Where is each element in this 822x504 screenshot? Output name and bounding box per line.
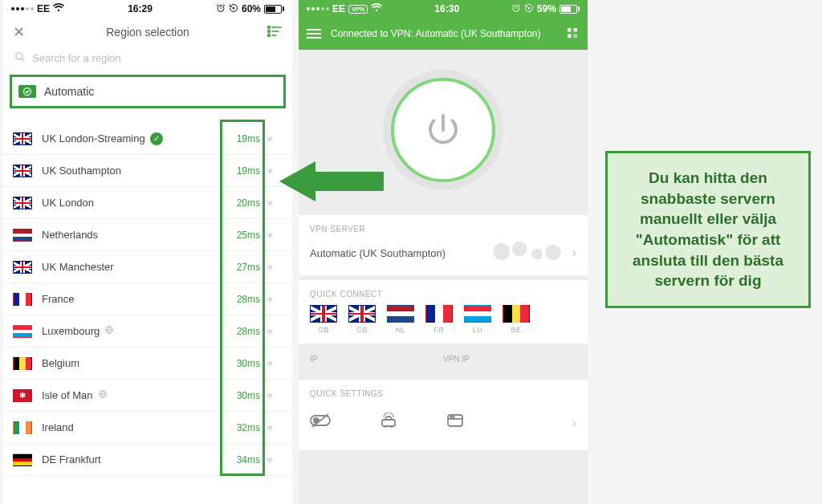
automatic-label: Automatic — [44, 85, 94, 98]
flag-icon — [503, 305, 530, 323]
flag-icon — [13, 261, 32, 274]
check-icon: ✓ — [150, 132, 163, 145]
region-name: Luxembourg — [42, 325, 225, 337]
region-row[interactable]: Isle of Man 30ms♥ — [3, 380, 292, 412]
region-row[interactable]: Belgium30ms♥ — [3, 348, 292, 380]
automatic-option[interactable]: Automatic — [10, 75, 286, 108]
favorite-icon[interactable]: ♥ — [267, 421, 283, 434]
region-ping: 19ms — [225, 165, 260, 177]
region-list[interactable]: UK London-Streaming ✓19ms♥UK Southampton… — [3, 123, 292, 476]
favorite-icon[interactable]: ♥ — [267, 325, 283, 338]
favorite-icon[interactable]: ♥ — [267, 293, 283, 306]
region-row[interactable]: Ireland32ms♥ — [3, 412, 292, 444]
nav-title: Connected to VPN: Automatic (UK Southamp… — [331, 28, 565, 39]
svg-point-8 — [16, 53, 22, 59]
region-name: UK London-Streaming ✓ — [42, 132, 225, 145]
country-code: GB — [318, 326, 329, 334]
flag-icon — [13, 293, 32, 306]
region-row[interactable]: Netherlands25ms♥ — [3, 219, 292, 251]
flag-icon — [387, 305, 414, 323]
flag-icon — [348, 305, 376, 323]
nav-bar: ✕ Region selection — [3, 18, 292, 47]
quick-settings-label: QUICK SETTINGS — [310, 389, 576, 398]
rotation-lock-icon — [524, 3, 534, 15]
sort-icon[interactable] — [267, 25, 283, 40]
region-name: Netherlands — [42, 229, 225, 241]
favorite-icon[interactable]: ♥ — [267, 453, 283, 466]
favorite-icon[interactable]: ♥ — [267, 229, 283, 242]
favorite-icon[interactable]: ♥ — [267, 389, 283, 402]
battery-pct: 60% — [242, 3, 261, 14]
region-row[interactable]: France28ms♥ — [3, 283, 292, 315]
region-row[interactable]: UK Southampton19ms♥ — [3, 155, 292, 187]
flag-icon — [310, 305, 337, 323]
flag-icon — [425, 305, 453, 323]
quick-connect-item[interactable]: LU — [464, 305, 491, 334]
vpn-badge: VPN — [348, 5, 368, 14]
region-name: UK Manchester — [42, 261, 225, 273]
svg-marker-33 — [279, 161, 384, 201]
svg-point-32 — [453, 417, 454, 418]
svg-rect-20 — [574, 28, 578, 32]
region-name: DE Frankfurt — [42, 453, 225, 465]
alarm-icon — [511, 3, 521, 15]
browser-setting-icon[interactable] — [446, 413, 464, 433]
favorite-icon[interactable]: ♥ — [267, 132, 283, 145]
search-placeholder: Search for a region — [32, 52, 121, 64]
status-bar: EE VPN 16:30 59% — [299, 0, 588, 18]
quick-connect-item[interactable]: FR — [425, 305, 453, 334]
quick-connect-item[interactable]: GB — [310, 305, 337, 334]
power-button[interactable] — [391, 78, 495, 182]
region-row[interactable]: Luxembourg 28ms♥ — [3, 315, 292, 348]
nav-title: Region selection — [106, 26, 189, 39]
flag-icon — [464, 305, 491, 323]
region-row[interactable]: UK Manchester27ms♥ — [3, 251, 292, 283]
callout-text: Du kan hitta den snabbaste servern manue… — [633, 169, 783, 289]
flag-icon — [13, 389, 32, 402]
network-icon[interactable] — [565, 26, 580, 43]
flag-icon — [13, 357, 32, 370]
region-row[interactable]: DE Frankfurt34ms♥ — [3, 444, 292, 476]
region-ping: 34ms — [225, 454, 260, 465]
region-ping: 20ms — [225, 197, 260, 209]
country-code: LU — [473, 326, 483, 334]
world-map-icon — [487, 240, 568, 266]
svg-point-2 — [268, 26, 271, 28]
region-ping: 27ms — [225, 262, 260, 273]
quick-connect-item[interactable]: NL — [387, 305, 414, 334]
quick-connect-item[interactable]: GB — [348, 305, 376, 334]
quick-connect-item[interactable]: BE — [503, 305, 530, 334]
region-ping: 30ms — [225, 358, 260, 369]
carrier-label: EE — [37, 3, 50, 14]
nav-bar: Connected to VPN: Automatic (UK Southamp… — [299, 18, 588, 50]
chevron-right-icon: › — [572, 246, 576, 260]
region-ping: 19ms — [225, 133, 260, 144]
killswitch-icon[interactable] — [310, 413, 331, 433]
flag-icon — [13, 325, 32, 338]
country-code: NL — [396, 326, 406, 334]
phone-connected: EE VPN 16:30 59% Connected to VPN: Autom… — [299, 0, 588, 504]
flag-icon — [13, 229, 32, 242]
vpn-server-value: Automatic (UK Southampton) — [310, 247, 446, 259]
close-icon[interactable]: ✕ — [13, 23, 25, 41]
country-code: GB — [356, 326, 368, 334]
search-input[interactable]: Search for a region — [3, 47, 292, 70]
menu-icon[interactable] — [307, 29, 321, 39]
signal-icon — [11, 7, 34, 10]
quick-settings-card[interactable]: QUICK SETTINGS › — [299, 380, 588, 450]
region-row[interactable]: UK London-Streaming ✓19ms♥ — [3, 123, 292, 155]
country-code: BE — [511, 326, 521, 334]
region-row[interactable]: UK London20ms♥ — [3, 187, 292, 219]
country-code: FR — [434, 326, 445, 334]
favorite-icon[interactable]: ♥ — [267, 261, 283, 274]
automatic-icon — [18, 85, 36, 98]
region-ping: 32ms — [225, 422, 260, 433]
region-ping: 28ms — [225, 294, 260, 305]
vpn-server-card[interactable]: VPN SERVER Automatic (UK Southampton) › — [299, 215, 588, 275]
carrier-label: EE — [332, 3, 345, 14]
favorite-icon[interactable]: ♥ — [267, 357, 283, 370]
vpn-ip-label: VPN IP — [443, 355, 576, 364]
geo-icon — [98, 389, 108, 401]
svg-point-31 — [450, 417, 452, 418]
network-setting-icon[interactable] — [379, 413, 398, 433]
